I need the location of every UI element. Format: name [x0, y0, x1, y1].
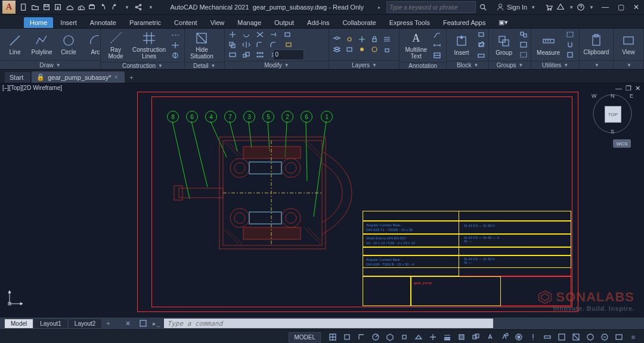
new-tab-button[interactable]: +	[126, 72, 137, 83]
balloon[interactable]: 4	[205, 111, 217, 123]
layer-prev-icon[interactable]	[332, 45, 342, 54]
isolate-icon[interactable]	[584, 331, 596, 343]
close-cmd-icon[interactable]: ✕	[122, 317, 134, 329]
vp-close-icon[interactable]: ✕	[635, 85, 640, 92]
balloon[interactable]: 6	[186, 111, 198, 123]
panel-construction-title[interactable]: Construction▼	[101, 62, 184, 69]
cmd-recent-icon[interactable]	[137, 317, 149, 329]
hide-situation-button[interactable]: Hide Situation	[187, 30, 216, 61]
viewcube-face[interactable]: TOP	[605, 106, 621, 123]
workspace-icon[interactable]	[513, 331, 525, 343]
file-tab-start[interactable]: Start	[5, 72, 30, 83]
tab-parametric[interactable]: Parametric	[123, 17, 167, 28]
layer-lock-icon[interactable]	[369, 35, 380, 43]
balloon[interactable]: 3	[243, 111, 255, 123]
layer-off-icon[interactable]	[344, 35, 355, 43]
save-icon[interactable]	[42, 2, 51, 12]
balloon[interactable]: 7	[224, 111, 236, 123]
circle-button[interactable]: Circle	[56, 32, 81, 57]
tab-featured[interactable]: Featured Apps	[437, 17, 492, 28]
close-tab-icon[interactable]: ×	[114, 74, 118, 80]
add-layout-button[interactable]: +	[103, 318, 113, 329]
centerline-icon[interactable]	[170, 30, 181, 39]
tab-manage[interactable]: Manage	[231, 17, 267, 28]
ray-mode-button[interactable]: Ray Mode	[103, 30, 128, 61]
panel-clipboard-title[interactable]: ▼	[580, 60, 613, 69]
copy-icon[interactable]	[227, 40, 238, 49]
customize-icon[interactable]: ≡	[627, 331, 639, 343]
tab-output[interactable]: Output	[268, 17, 300, 28]
dimension-icon[interactable]	[432, 40, 442, 49]
scale-icon[interactable]	[241, 50, 252, 59]
panel-groups-title[interactable]: Groups▼	[489, 61, 531, 69]
file-tab-active[interactable]: 🔒 gear_pump_subassy*×	[32, 71, 125, 83]
cycling-icon[interactable]	[470, 331, 482, 343]
modify-value-input[interactable]	[273, 49, 304, 60]
minimize-icon[interactable]: —	[600, 3, 611, 11]
tab-express[interactable]: Express Tools	[383, 17, 436, 28]
line-button[interactable]: Line	[2, 32, 27, 57]
cart-icon[interactable]	[544, 2, 553, 12]
saveas-icon[interactable]	[53, 2, 63, 12]
search-icon[interactable]	[478, 2, 488, 12]
undo-icon[interactable]	[98, 2, 108, 12]
drawing-canvas[interactable]: [–][Top][2D Wireframe] — ❐ ✕ 8 6 4 7 3 5…	[0, 83, 644, 317]
balloon[interactable]: 2	[281, 111, 293, 123]
3dosnap-icon[interactable]	[413, 331, 425, 343]
vp-restore-icon[interactable]: ❐	[626, 85, 631, 92]
isodraft-icon[interactable]	[384, 331, 396, 343]
array-icon[interactable]	[255, 50, 265, 59]
wcs-badge[interactable]: WCS	[613, 139, 631, 148]
offset-value[interactable]	[282, 40, 295, 49]
lockui-icon[interactable]	[570, 331, 582, 343]
leader-icon[interactable]	[432, 30, 442, 39]
grid-icon[interactable]	[327, 331, 339, 343]
tab-extra-icon[interactable]: ▣▾	[493, 17, 514, 28]
tab-insert[interactable]: Insert	[54, 17, 83, 28]
multiline-text-button[interactable]: AMultiline Text	[402, 30, 430, 61]
group-button[interactable]: Group	[491, 33, 516, 57]
redo-icon[interactable]	[110, 2, 119, 12]
cloud-open-icon[interactable]	[64, 2, 74, 12]
balloon[interactable]: 8	[167, 111, 179, 123]
tab-addins[interactable]: Add-ins	[301, 17, 335, 28]
balloon[interactable]: 5	[262, 111, 274, 123]
insert-button[interactable]: Insert	[449, 33, 474, 57]
osnap-icon[interactable]	[398, 331, 410, 343]
panel-draw-title[interactable]: Draw▼	[0, 60, 100, 69]
viewport-label[interactable]: [–][Top][2D Wireframe]	[2, 85, 62, 91]
view-button[interactable]: View	[616, 32, 641, 57]
share-icon[interactable]	[134, 2, 143, 12]
panel-detail-title[interactable]: Detail▼	[185, 62, 224, 69]
group-edit-icon[interactable]	[518, 40, 529, 49]
tab-view[interactable]: View	[205, 17, 231, 28]
trim-icon[interactable]	[255, 30, 265, 39]
search-dropdown-icon[interactable]: ▸	[374, 2, 384, 12]
qat-dropdown-icon[interactable]: ▼	[122, 2, 132, 12]
layer-freeze-icon[interactable]	[357, 35, 367, 43]
ucs-icon[interactable]	[7, 289, 24, 306]
clipboard-button[interactable]: Clipboard	[582, 32, 611, 57]
annoscale-icon[interactable]	[484, 331, 496, 343]
autodesk-app-icon[interactable]	[556, 2, 565, 12]
transparency-icon[interactable]	[456, 331, 467, 343]
plot-icon[interactable]	[87, 2, 97, 12]
layer-on-icon[interactable]	[357, 45, 367, 54]
balloon[interactable]: 6	[301, 111, 312, 123]
polar-icon[interactable]	[370, 331, 382, 343]
snap-icon[interactable]	[341, 331, 353, 343]
select-icon[interactable]	[565, 30, 575, 39]
signin-button[interactable]: Sign In ▼	[496, 3, 535, 11]
hwaccel-icon[interactable]	[599, 331, 611, 343]
tab-collaborate[interactable]: Collaborate	[336, 17, 382, 28]
table-icon[interactable]	[432, 51, 442, 60]
erase-icon[interactable]	[282, 30, 293, 39]
cloud-save-icon[interactable]	[76, 2, 85, 12]
maximize-icon[interactable]: ▢	[615, 3, 626, 11]
units-icon[interactable]	[541, 331, 553, 343]
layer-thaw-icon[interactable]	[369, 45, 380, 54]
extend-icon[interactable]	[268, 30, 279, 39]
otrack-icon[interactable]	[427, 331, 439, 343]
fillet-icon[interactable]	[255, 40, 265, 49]
group-bbox-icon[interactable]	[518, 50, 529, 59]
